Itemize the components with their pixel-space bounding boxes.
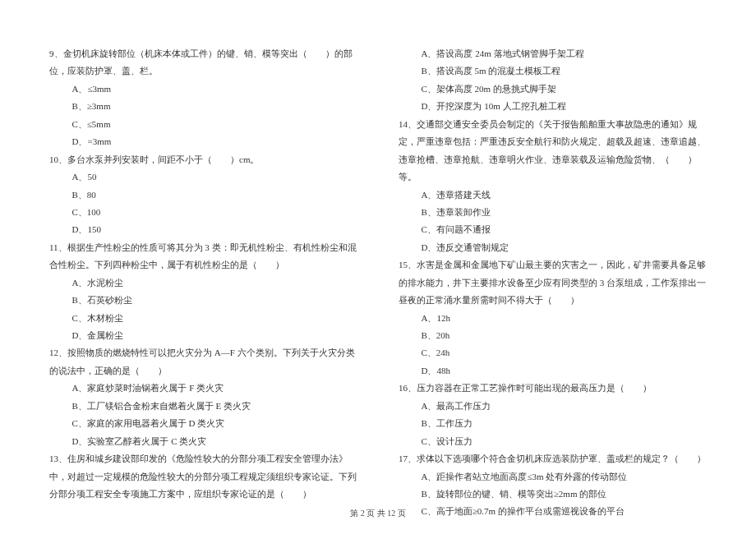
q13-opt-a: A、搭设高度 24m 落地式钢管脚手架工程 (399, 45, 707, 62)
q14-stem: 14、交通部交通安全委员会制定的《关于报告船舶重大事故隐患的通知》规定，严重违章… (399, 116, 707, 186)
q10-stem: 10、多台水泵并列安装时，间距不小于（ ）cm。 (49, 151, 357, 168)
q10-opt-c: C、100 (49, 204, 357, 221)
q11-opt-d: D、金属粉尘 (49, 327, 357, 344)
q12-opt-a: A、家庭炒菜时油锅着火属于 F 类火灾 (49, 380, 357, 397)
q11-opt-c: C、木材粉尘 (49, 310, 357, 327)
q11-opt-b: B、石英砂粉尘 (49, 292, 357, 309)
page-footer: 第 2 页 共 12 页 (0, 508, 756, 519)
q11-opt-a: A、水泥粉尘 (49, 274, 357, 292)
q15-opt-d: D、48h (399, 362, 707, 380)
left-column: 9、金切机床旋转部位（机床本体或工件）的键、销、模等突出（ ）的部位，应装防护罩… (49, 45, 357, 493)
q14-opt-d: D、违反交通管制规定 (399, 239, 707, 256)
q12-opt-c: C、家庭的家用电器着火属于 D 类火灾 (49, 415, 357, 432)
q14-opt-a: A、违章搭建天线 (399, 186, 707, 204)
q15-opt-c: C、24h (399, 344, 707, 361)
right-column: A、搭设高度 24m 落地式钢管脚手架工程 B、搭设高度 5m 的混凝土模板工程… (399, 45, 707, 493)
q9-opt-d: D、=3mm (49, 133, 357, 150)
two-column-layout: 9、金切机床旋转部位（机床本体或工件）的键、销、模等突出（ ）的部位，应装防护罩… (49, 45, 707, 493)
q9-opt-b: B、≥3mm (49, 98, 357, 115)
q10-opt-d: D、150 (49, 221, 357, 238)
q12-stem: 12、按照物质的燃烧特性可以把火灾分为 A—F 六个类别。下列关于火灾分类的说法… (49, 344, 357, 380)
q14-opt-b: B、违章装卸作业 (399, 204, 707, 221)
q9-stem: 9、金切机床旋转部位（机床本体或工件）的键、销、模等突出（ ）的部位，应装防护罩… (49, 45, 357, 81)
q17-opt-b: B、旋转部位的键、销、模等突出≥2mm 的部位 (399, 486, 707, 503)
q12-opt-b: B、工厂镁铝合金粉末自燃着火属于 E 类火灾 (49, 398, 357, 415)
q13-stem: 13、住房和城乡建设部印发的《危险性较大的分部分项工程安全管理办法》中，对超过一… (49, 450, 357, 503)
q16-opt-c: C、设计压力 (399, 433, 707, 450)
q10-opt-b: B、80 (49, 186, 357, 204)
q16-opt-a: A、最高工作压力 (399, 398, 707, 415)
q9-opt-c: C、≤5mm (49, 116, 357, 133)
q13-opt-b: B、搭设高度 5m 的混凝土模板工程 (399, 62, 707, 80)
q16-stem: 16、压力容器在正常工艺操作时可能出现的最高压力是（ ） (399, 380, 707, 397)
q14-opt-c: C、有问题不通报 (399, 221, 707, 238)
q15-stem: 15、水害是金属和金属地下矿山最主要的灾害之一，因此，矿井需要具备足够的排水能力… (399, 256, 707, 309)
q13-opt-c: C、架体高度 20m 的悬挑式脚手架 (399, 81, 707, 98)
q9-opt-a: A、≤3mm (49, 81, 357, 98)
q17-stem: 17、求体以下选项哪个符合金切机床应选装防护罩、盖或栏的规定？（ ） (399, 450, 707, 467)
q13-opt-d: D、开挖深度为 10m 人工挖孔桩工程 (399, 98, 707, 115)
q12-opt-d: D、实验室乙醇着火属于 C 类火灾 (49, 433, 357, 450)
q15-opt-b: B、20h (399, 327, 707, 344)
q10-opt-a: A、50 (49, 168, 357, 186)
q15-opt-a: A、12h (399, 310, 707, 327)
q11-stem: 11、根据生产性粉尘的性质可将其分为 3 类：即无机性粉尘、有机性粉尘和混合性粉… (49, 239, 357, 274)
q17-opt-a: A、距操作者站立地面高度≤3m 处有外露的传动部位 (399, 468, 707, 486)
q16-opt-b: B、工作压力 (399, 415, 707, 432)
